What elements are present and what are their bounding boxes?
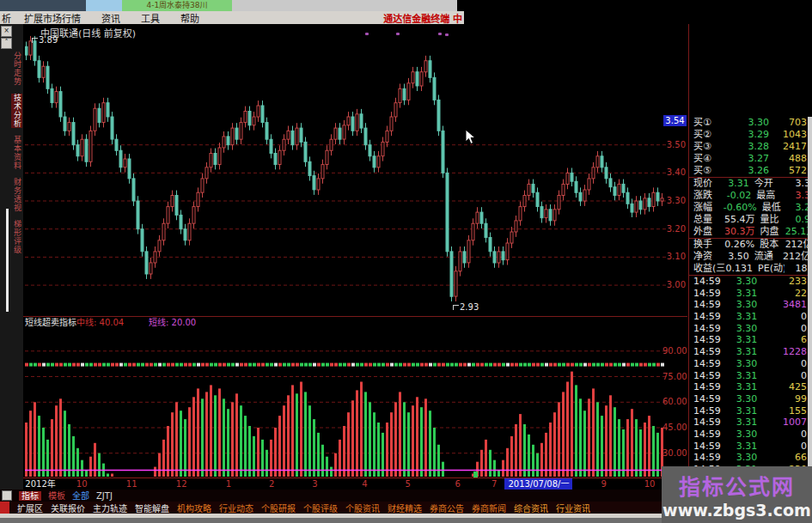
- tick-list: 14:593.3023314:593.312214:593.30348114:5…: [689, 276, 812, 476]
- bid-volume: 572: [769, 165, 807, 177]
- tick-volume: 0: [767, 429, 807, 441]
- quote-panel: 买①3.30703买②3.291043买③3.282417买④3.27488买⑤…: [689, 0, 812, 523]
- high-price-annotation: 3.89: [32, 35, 58, 45]
- sidebar-tab-3[interactable]: 财务透视: [11, 178, 22, 212]
- watermark-url: www.zbgs3.com: [662, 501, 811, 520]
- tick-volume: 22: [767, 288, 807, 300]
- detail-row-6: 净资3.50流通212亿: [689, 251, 812, 263]
- purple-marker-dot: [396, 33, 400, 35]
- sidebar-tab-0[interactable]: 分时走势: [11, 52, 22, 86]
- info-tab-6[interactable]: 个股研报: [261, 504, 296, 514]
- quote-panel-body: 买①3.30703买②3.291043买③3.282417买④3.27488买⑤…: [689, 117, 812, 476]
- bid-row-4[interactable]: 买⑤3.26572: [689, 165, 812, 177]
- panel-scrollbar[interactable]: [808, 117, 812, 466]
- detail-value: 0.26%: [724, 239, 754, 251]
- info-tab-2[interactable]: 主力轨迹: [93, 504, 127, 514]
- info-tab-3[interactable]: 智能解盘: [135, 504, 169, 514]
- tick-time: 14:59: [693, 393, 726, 405]
- price-tick: 3.20: [662, 224, 686, 234]
- purple-marker-dot: [438, 33, 442, 35]
- collapse-up-icon[interactable]: ˄: [1, 38, 12, 49]
- indicator-label-row: 短线超卖指标 中线: 40.04 短线: 20.00: [23, 316, 687, 328]
- bid-row-2[interactable]: 买③3.282417: [689, 141, 812, 153]
- x-axis-label-12: 9: [601, 478, 607, 490]
- bottom-tab-3[interactable]: ZJTJ: [96, 491, 113, 501]
- tick-volume: 0: [767, 323, 807, 335]
- menu-item-partial[interactable]: 析: [0, 11, 14, 25]
- detail-value: 3.3: [782, 178, 810, 190]
- sidebar-tab-4[interactable]: 梯形评级: [11, 220, 22, 254]
- bid-label: 买③: [693, 141, 724, 153]
- tick-volume: 0: [767, 311, 807, 323]
- sidebar-scrollbar[interactable]: [6, 209, 9, 312]
- sidebar-tab-1[interactable]: 技术分析: [11, 94, 22, 128]
- info-tab-10[interactable]: 券商公告: [430, 504, 464, 514]
- detail-label: 现价: [693, 178, 728, 190]
- detail-label: 总量: [693, 214, 724, 226]
- info-tab-7[interactable]: 个股评级: [303, 504, 338, 514]
- tick-time: 14:59: [693, 323, 726, 335]
- tick-time: 14:59: [693, 417, 726, 429]
- tick-row-5: 14:593.316: [689, 334, 812, 346]
- info-tab-11[interactable]: 券商新闻: [472, 504, 506, 514]
- tick-row-1: 14:593.3122: [689, 288, 812, 300]
- info-tab-0[interactable]: 扩展区: [17, 504, 43, 514]
- purple-marker-dot: [365, 33, 369, 35]
- tick-row-11: 14:593.31155: [689, 405, 812, 417]
- info-tab-13[interactable]: 行业资讯: [556, 504, 590, 514]
- tick-row-2: 14:593.303481: [689, 299, 812, 311]
- tick-price: 3.30: [726, 323, 767, 335]
- bottom-tab-1[interactable]: 模板: [48, 491, 65, 501]
- indicator-tick: 30.00: [662, 448, 686, 458]
- candlestick-plot[interactable]: [25, 33, 666, 316]
- tick-price: 3.30: [726, 299, 767, 311]
- tick-row-7: 14:593.300: [689, 358, 812, 370]
- detail-value: 0.9: [785, 214, 810, 226]
- info-tab-8[interactable]: 个股资讯: [345, 504, 380, 514]
- titlebar-title-text: 4-1周水泰持38川: [122, 0, 232, 11]
- tick-price: 3.31: [726, 417, 767, 429]
- info-tabs-group: 扩展区关联报价主力轨迹智能解盘机构攻略行业动态个股研报个股评级个股资讯财经精选券…: [9, 502, 590, 514]
- info-tab-1[interactable]: 关联报价: [51, 504, 85, 514]
- tick-time: 14:59: [693, 405, 726, 417]
- price-tick: 3.50: [662, 140, 686, 149]
- x-axis-label-3: 12: [176, 478, 187, 490]
- info-tab-4[interactable]: 机构攻略: [177, 504, 211, 514]
- bid-price: 3.30: [724, 117, 769, 129]
- bottom-tab-0[interactable]: 指标: [19, 491, 41, 501]
- price-tick: 3.40: [662, 167, 686, 177]
- menu-item-0[interactable]: 扩展市场行情: [24, 14, 81, 25]
- menu-item-1[interactable]: 资讯: [101, 14, 120, 25]
- tick-time: 14:59: [693, 311, 726, 323]
- tick-volume: 155: [767, 405, 807, 417]
- sidebar-tab-2[interactable]: 基本资料: [11, 136, 22, 170]
- tick-price: 3.31: [726, 311, 767, 323]
- detail-value: 3.50: [728, 251, 749, 263]
- checkbox-icon[interactable]: [2, 490, 12, 501]
- bottom-tab-2[interactable]: 全部: [72, 491, 89, 501]
- detail-value: 55.4万: [724, 214, 755, 226]
- titlebar-blue-segment: [86, 0, 122, 11]
- menu-item-2[interactable]: 工具: [141, 14, 160, 25]
- indicator-tick: 60.00: [662, 397, 686, 406]
- chart-area[interactable]: 中国联通(日线 前复权) 3.89 2.93 3.54 3.503.403.30…: [23, 24, 689, 490]
- info-tab-9[interactable]: 财经精选: [388, 504, 422, 514]
- detail-row-4: 外盘30.3万内盘25.1万: [689, 226, 812, 239]
- bid-label: 买⑤: [693, 165, 724, 177]
- indicator-tabs-group: 指标模板全部ZJTJ: [12, 490, 113, 502]
- app-brand-label: 通达信金融终端 中: [383, 11, 462, 25]
- tick-row-9: 14:593.31425: [689, 381, 812, 393]
- price-tick: 3.10: [662, 252, 686, 261]
- detail-label: PE(动): [758, 263, 784, 275]
- tick-price: 3.30: [726, 358, 767, 370]
- menu-item-3[interactable]: 帮助: [180, 14, 199, 25]
- info-tab-5[interactable]: 行业动态: [219, 504, 253, 514]
- indicator-tick: 90.00: [662, 346, 686, 356]
- detail-label: 净资: [693, 251, 728, 263]
- indicator-plot[interactable]: [25, 327, 666, 477]
- bid-row-0[interactable]: 买①3.30703: [689, 117, 812, 129]
- bid-row-3[interactable]: 买④3.27488: [689, 153, 812, 165]
- bid-row-1[interactable]: 买②3.291043: [689, 129, 812, 141]
- close-icon[interactable]: ×: [1, 26, 12, 37]
- info-tab-12[interactable]: 综合资讯: [514, 504, 548, 514]
